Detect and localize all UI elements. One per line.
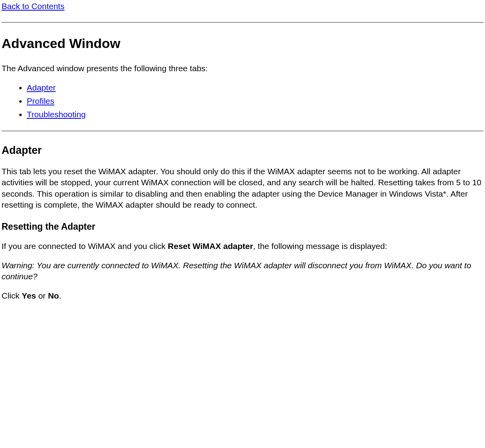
- divider: [2, 131, 483, 131]
- list-item: Adapter: [27, 82, 483, 93]
- section-heading-resetting: Resetting the Adapter: [2, 221, 483, 233]
- back-to-contents-link[interactable]: Back to Contents: [2, 2, 65, 11]
- divider: [2, 22, 483, 23]
- section-heading-adapter: Adapter: [2, 143, 483, 157]
- list-item: Profiles: [27, 96, 483, 107]
- text-segment: or: [36, 291, 48, 300]
- text-segment: Click: [2, 291, 22, 300]
- reset-adapter-label: Reset WiMAX adapter: [168, 242, 253, 251]
- tabs-list: Adapter Profiles Troubleshooting: [2, 82, 483, 120]
- list-item: Troubleshooting: [27, 109, 483, 120]
- yes-label: Yes: [22, 291, 36, 300]
- tab-link-profiles[interactable]: Profiles: [27, 96, 54, 105]
- warning-message: Warning: You are currently connected to …: [2, 260, 483, 282]
- tab-link-troubleshooting[interactable]: Troubleshooting: [27, 110, 86, 119]
- intro-text: The Advanced window presents the followi…: [2, 63, 483, 74]
- text-segment: If you are connected to WiMAX and you cl…: [2, 242, 168, 251]
- tab-link-adapter[interactable]: Adapter: [27, 83, 56, 92]
- resetting-lead-in: If you are connected to WiMAX and you cl…: [2, 241, 483, 252]
- page-title: Advanced Window: [2, 35, 483, 53]
- no-label: No: [48, 291, 59, 300]
- text-segment: , the following message is displayed:: [253, 242, 387, 251]
- adapter-description: This tab lets you reset the WiMAX adapte…: [2, 166, 483, 210]
- click-yes-no: Click Yes or No.: [2, 290, 483, 301]
- text-segment: .: [59, 291, 61, 300]
